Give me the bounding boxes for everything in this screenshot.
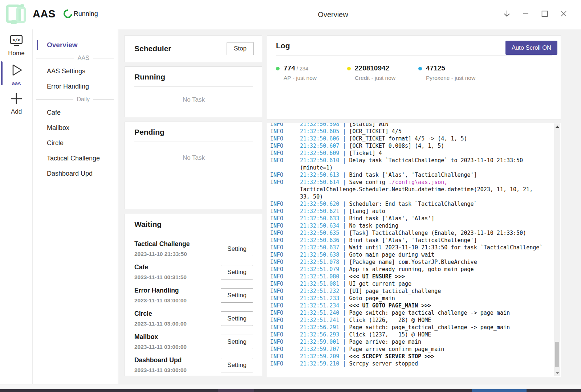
- nav-item-cafe[interactable]: Cafe: [33, 106, 118, 119]
- log-level: INFO: [270, 295, 300, 302]
- scroll-down-button[interactable]: [554, 370, 560, 376]
- log-row: INFO21:32:51.240 | Page switch: page_tac…: [270, 309, 561, 317]
- log-separator: |: [339, 295, 349, 302]
- close-button[interactable]: [554, 5, 573, 23]
- log-timestamp: 21:32:59.207: [300, 346, 339, 352]
- log-separator: |: [339, 201, 349, 207]
- maximize-button[interactable]: [535, 5, 554, 23]
- log-output[interactable]: INFO21:32:50.598 | [Status] WININFO21:32…: [267, 123, 561, 377]
- log-separator: |: [339, 266, 349, 273]
- stat-item: 47125Pyroxene - just now: [418, 64, 489, 81]
- log-timestamp: 21:32:51.081: [300, 281, 339, 287]
- nav-item-aas-settings[interactable]: AAS Settings: [33, 65, 118, 77]
- running-status: Running: [74, 10, 98, 18]
- scrollbar-thumb[interactable]: [555, 342, 559, 367]
- log-timestamp: 21:32:50.598: [300, 123, 339, 127]
- stat-value-line: 774 / 234: [284, 64, 317, 72]
- log-message: 21:32:50.635 | [Task] TacticalChallenge …: [300, 229, 544, 237]
- log-level: INFO: [270, 179, 300, 200]
- log-message: 21:32:50.636 | Bind task ['Alas', 'Tacti…: [300, 237, 544, 244]
- log-separator: |: [339, 150, 349, 156]
- task-setting-button[interactable]: Setting: [221, 242, 253, 256]
- nav-item-overview[interactable]: Overview: [33, 39, 118, 51]
- stat-label: AP - just now: [284, 75, 317, 81]
- log-row: INFO21:32:50.621 | [Lang] auto: [270, 208, 561, 215]
- log-timestamp: 21:32:50.606: [300, 135, 339, 142]
- log-level: INFO: [270, 309, 300, 317]
- task-setting-button[interactable]: Setting: [221, 358, 253, 372]
- log-timestamp: 21:32:50.621: [300, 208, 339, 215]
- log-timestamp: 21:32:50.637: [300, 244, 339, 251]
- log-timestamp: 21:32:50.609: [300, 150, 339, 156]
- nav-item-dashboard-upd[interactable]: Dashboard Upd: [33, 167, 118, 180]
- log-separator: |: [339, 259, 349, 265]
- log-row: INFO21:32:50.634 | No task pending: [270, 222, 561, 229]
- task-name: Mailbox: [134, 333, 187, 341]
- log-text-segment: [OCR_TICKET] 4/5: [349, 128, 402, 135]
- log-separator: |: [339, 244, 349, 251]
- nav-item-circle[interactable]: Circle: [33, 137, 118, 149]
- stat-text: 220810942Credit - just now: [355, 64, 395, 81]
- download-arrow-icon: [502, 9, 512, 19]
- task-setting-button[interactable]: Setting: [221, 335, 253, 349]
- minimize-button[interactable]: [516, 5, 535, 23]
- download-button[interactable]: [497, 5, 516, 23]
- stat-item: 220810942Credit - just now: [347, 64, 418, 81]
- log-scrollbar[interactable]: [554, 123, 560, 376]
- running-spinner-icon: [62, 8, 74, 20]
- log-text-segment: Page arrive: page_main: [349, 339, 421, 345]
- log-message: 21:32:50.621 | [Lang] auto: [300, 208, 544, 215]
- taskbar-sliver: [0, 389, 581, 392]
- rail-item-aas[interactable]: aas: [0, 57, 33, 86]
- task-name: Dashboard Upd: [134, 356, 187, 364]
- log-level: INFO: [270, 317, 300, 324]
- log-separator: |: [339, 215, 349, 222]
- scheduler-title: Scheduler: [134, 44, 171, 53]
- task-setting-button[interactable]: Setting: [221, 288, 253, 303]
- running-card: Running No Task: [125, 66, 262, 117]
- log-text-segment: Page switch: page_tactical_challenge -> …: [349, 310, 510, 316]
- log-message: 21:32:50.607 | [OCR_TICKET 0.008s] (4, 1…: [300, 142, 544, 150]
- log-text-segment: Scrcpy server stopped: [349, 360, 418, 367]
- scroll-up-button[interactable]: [554, 123, 560, 130]
- waiting-task-row: Tactical Challenge2023-11-10 21:33:50Set…: [134, 240, 253, 257]
- log-message: 21:32:50.605 | [OCR_TICKET] 4/5: [300, 128, 544, 135]
- task-setting-button[interactable]: Setting: [221, 265, 253, 279]
- nav-section-divider-daily: Daily: [36, 96, 114, 103]
- log-message: 21:32:59.210 | Scrcpy server stopped: [300, 360, 544, 367]
- rail-item-add[interactable]: Add: [0, 86, 33, 115]
- log-level: INFO: [270, 171, 300, 179]
- log-row: INFO21:32:50.606 | [OCR_TICKET format] 4…: [270, 135, 561, 142]
- log-level: INFO: [270, 237, 300, 244]
- stop-button[interactable]: Stop: [227, 42, 254, 55]
- scheduler-card: Scheduler Stop: [125, 35, 262, 62]
- waiting-task-row: Cafe2023-11-11 00:31:50Setting: [134, 264, 253, 281]
- log-separator: |: [339, 281, 349, 287]
- waiting-task-info: Circle2023-11-11 03:00:00: [134, 310, 187, 327]
- log-row: INFO21:32:50.609 | [Ticket] 4: [270, 150, 561, 157]
- log-level: INFO: [270, 258, 300, 266]
- log-message: 21:32:51.232 | [UI] page_tactical_challe…: [300, 287, 544, 295]
- rail-item-home[interactable]: </> Home: [0, 29, 33, 57]
- svg-text:</>: </>: [12, 37, 20, 42]
- nav-item-mailbox[interactable]: Mailbox: [33, 122, 118, 134]
- log-timestamp: 21:32:50.638: [300, 252, 339, 258]
- log-row: INFO21:32:51.233 | Goto page_main: [270, 295, 561, 302]
- task-setting-button[interactable]: Setting: [221, 311, 253, 326]
- nav-item-tactical-challenge[interactable]: Tactical Challenge: [33, 152, 118, 164]
- nav-item-label: Overview: [47, 41, 78, 49]
- nav-item-error-handling[interactable]: Error Handling: [33, 80, 118, 93]
- log-text-segment: [Status] WIN: [349, 123, 388, 127]
- divider: [276, 55, 552, 56]
- task-next-run-time: 2023-11-11 03:00:00: [134, 367, 187, 373]
- stat-dot-icon: [347, 67, 351, 70]
- log-row: INFO21:32:50.605 | [OCR_TICKET] 4/5: [270, 128, 561, 135]
- auto-scroll-button[interactable]: Auto Scroll ON: [505, 41, 557, 55]
- log-level: INFO: [270, 244, 300, 251]
- log-row: INFO21:32:51.232 | [UI] page_tactical_ch…: [270, 287, 561, 295]
- log-level: INFO: [270, 150, 300, 157]
- log-row: INFO21:32:50.635 | [Task] TacticalChalle…: [270, 229, 561, 237]
- log-row: INFO21:32:59.207 | Page arrive confirm p…: [270, 346, 561, 353]
- log-row: INFO21:32:51.081 | UI get current page: [270, 280, 561, 287]
- log-separator: |: [339, 346, 349, 352]
